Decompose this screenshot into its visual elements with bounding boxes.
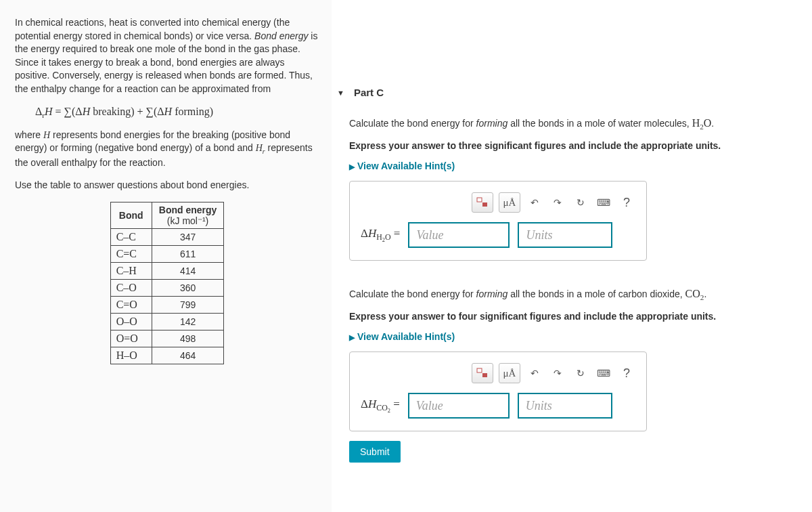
answer-box-1: μÅ ↶ ↷ ↻ ⌨ ? ΔHH2O = Value Units — [349, 181, 647, 261]
bond-energy-table: Bond Bond energy (kJ mol⁻¹) C–C347 C=C61… — [110, 202, 225, 364]
value-input-2[interactable]: Value — [408, 393, 510, 419]
units-button[interactable]: μÅ — [499, 363, 520, 383]
th-energy: Bond energy (kJ mol⁻¹) — [152, 202, 224, 229]
view-hints-2[interactable]: ▶View Available Hint(s) — [349, 331, 812, 342]
intro-2b: represents bond energies for the breakin… — [15, 129, 290, 154]
toolbar-2: μÅ ↶ ↷ ↻ ⌨ ? — [405, 363, 635, 383]
table-row: O–O142 — [110, 314, 224, 330]
help-button[interactable]: ? — [618, 192, 635, 213]
units-input-1[interactable]: Units — [518, 222, 612, 248]
keyboard-button[interactable]: ⌨ — [595, 363, 612, 383]
right-panel: ▼ Part C Calculate the bond energy for f… — [332, 0, 812, 512]
redo-button[interactable]: ↷ — [549, 192, 566, 213]
question-1-prompt: Calculate the bond energy for forming al… — [349, 117, 812, 131]
caret-right-icon: ▶ — [349, 333, 355, 341]
table-row: O=O498 — [110, 330, 224, 347]
intro-em: Bond energy — [254, 30, 308, 41]
view-hints-1[interactable]: ▶View Available Hint(s) — [349, 161, 812, 171]
left-panel: In chemical reactions, heat is converted… — [0, 0, 332, 512]
table-row: C–O360 — [110, 280, 224, 297]
question-2-prompt: Calculate the bond energy for forming al… — [349, 288, 812, 301]
question-2-instructions: Express your answer to four significant … — [349, 311, 812, 322]
svg-rect-3 — [482, 373, 487, 377]
value-input-1[interactable]: Value — [408, 222, 510, 248]
dh-label-1: ΔHH2O = — [361, 227, 400, 244]
units-button[interactable]: μÅ — [499, 192, 520, 213]
table-row: C–C347 — [110, 229, 224, 246]
table-row: C=O799 — [110, 297, 224, 314]
reset-button[interactable]: ↻ — [572, 363, 589, 383]
dh-label-2: ΔHCO2 = — [361, 398, 400, 414]
template-button[interactable] — [472, 363, 493, 383]
caret-right-icon: ▶ — [349, 163, 355, 171]
formula: ΔrH = ∑(ΔH breaking) + ∑(ΔH forming) — [35, 106, 319, 119]
part-label: Part C — [354, 87, 384, 98]
answer-box-2: μÅ ↶ ↷ ↻ ⌨ ? ΔHCO2 = Value Units — [349, 351, 647, 431]
table-row: C=C611 — [110, 246, 224, 263]
reset-button[interactable]: ↻ — [572, 192, 589, 213]
units-input-2[interactable]: Units — [518, 393, 612, 419]
svg-rect-0 — [477, 198, 482, 202]
submit-button[interactable]: Submit — [349, 441, 401, 463]
undo-button[interactable]: ↶ — [526, 363, 543, 383]
intro-2a: where — [15, 129, 43, 140]
question-1-instructions: Express your answer to three significant… — [349, 140, 812, 151]
table-row: C–H414 — [110, 263, 224, 280]
keyboard-button[interactable]: ⌨ — [595, 192, 612, 213]
help-button[interactable]: ? — [618, 363, 635, 383]
redo-button[interactable]: ↷ — [549, 363, 566, 383]
template-button[interactable] — [472, 192, 493, 213]
toolbar-1: μÅ ↶ ↷ ↻ ⌨ ? — [405, 192, 635, 213]
collapse-caret-icon: ▼ — [337, 89, 344, 97]
intro-paragraph-2: where H represents bond energies for the… — [15, 129, 319, 170]
part-header[interactable]: ▼ Part C — [332, 74, 812, 105]
intro-text-1a: In chemical reactions, heat is converted… — [15, 17, 290, 41]
svg-rect-2 — [477, 368, 482, 372]
intro-paragraph-1: In chemical reactions, heat is converted… — [15, 16, 319, 96]
undo-button[interactable]: ↶ — [526, 192, 543, 213]
table-row: H–O464 — [110, 347, 224, 364]
th-bond: Bond — [110, 202, 152, 229]
intro-paragraph-3: Use the table to answer questions about … — [15, 179, 319, 192]
svg-rect-1 — [482, 202, 487, 207]
